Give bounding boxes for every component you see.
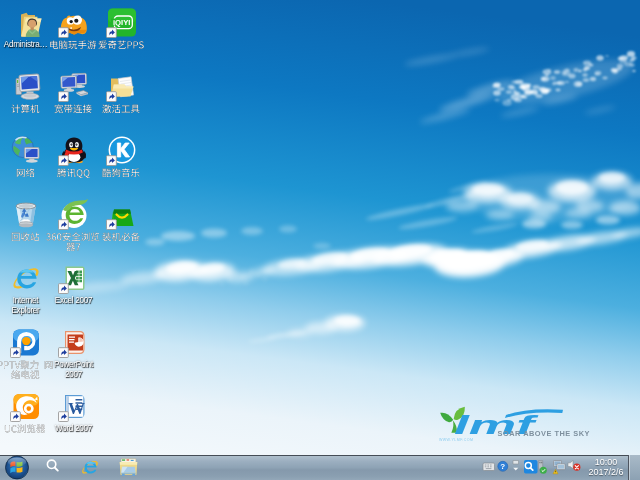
svg-text:iQIYI: iQIYI (112, 18, 130, 27)
svg-text:?: ? (500, 462, 505, 471)
svg-text:SOAR ABOVE THE SKY: SOAR ABOVE THE SKY (498, 429, 591, 438)
svg-text:W: W (68, 399, 85, 418)
svg-text:WWW.YLMF.COM: WWW.YLMF.COM (439, 438, 473, 442)
